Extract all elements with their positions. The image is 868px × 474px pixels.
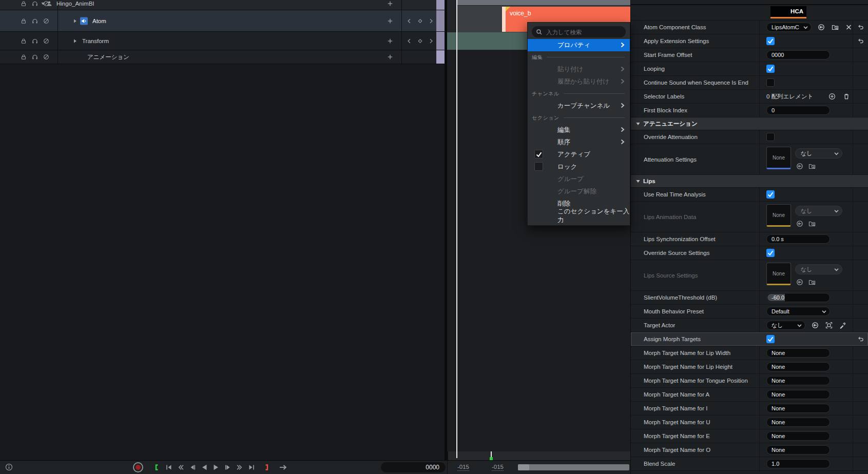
- add-track-icon[interactable]: [387, 38, 393, 44]
- transport-advance-arrow-button[interactable]: [279, 463, 288, 472]
- add-track-icon[interactable]: [387, 18, 393, 24]
- browse-icon[interactable]: [808, 163, 816, 170]
- property-spinbox[interactable]: -60.0: [766, 293, 830, 302]
- transport-to-front-button[interactable]: [164, 463, 173, 472]
- lock-toggle-icon[interactable]: [21, 1, 27, 7]
- view-range-start-field[interactable]: -015: [457, 464, 469, 471]
- track-row-1[interactable]: Atom: [0, 10, 445, 32]
- eyedropper-icon[interactable]: [839, 322, 846, 329]
- menu-item-9[interactable]: アクティブ: [528, 148, 630, 161]
- playhead-line[interactable]: [456, 0, 457, 458]
- property-checkbox[interactable]: [766, 190, 775, 199]
- expand-caret-icon[interactable]: [72, 18, 78, 24]
- transport-end-bracket-button[interactable]: [262, 463, 271, 472]
- property-checkbox[interactable]: [766, 249, 775, 257]
- property-checkbox[interactable]: [766, 78, 775, 87]
- property-input[interactable]: None: [766, 418, 830, 427]
- key-prev-icon[interactable]: [407, 18, 412, 24]
- asset-thumbnail[interactable]: None: [766, 204, 791, 227]
- transport-play-button[interactable]: [211, 463, 221, 472]
- prohibit-toggle-icon[interactable]: [43, 38, 49, 44]
- timeline-overview-strip[interactable]: [448, 451, 630, 460]
- property-checkbox[interactable]: [766, 65, 775, 73]
- headphones-toggle-icon[interactable]: [32, 18, 38, 24]
- use-selected-icon[interactable]: [796, 163, 803, 170]
- property-input[interactable]: 0000: [766, 50, 830, 60]
- add-track-icon[interactable]: [387, 54, 393, 60]
- track-row-0[interactable]: Hingo_AnimBI: [0, 0, 445, 10]
- expand-caret-icon[interactable]: [72, 38, 78, 44]
- property-input[interactable]: None: [766, 404, 830, 413]
- asset-thumbnail[interactable]: None: [766, 263, 791, 285]
- track-row-2[interactable]: Transform: [0, 32, 445, 50]
- use-selected-icon[interactable]: [812, 322, 819, 329]
- menu-item-5[interactable]: カーブチャンネル: [528, 100, 630, 112]
- property-input[interactable]: 0: [766, 106, 830, 115]
- current-frame-field[interactable]: 0000: [381, 462, 446, 472]
- property-dropdown[interactable]: Default: [766, 307, 830, 316]
- menu-checkbox[interactable]: [534, 150, 543, 159]
- transport-play-reverse-button[interactable]: [200, 463, 209, 472]
- clear-icon[interactable]: [845, 24, 852, 31]
- delete-elements-icon[interactable]: [843, 93, 850, 100]
- browse-icon[interactable]: [832, 24, 839, 31]
- menu-item-14[interactable]: このセクションをキー入力: [528, 210, 630, 222]
- property-dropdown[interactable]: LipsAtomC: [766, 23, 812, 32]
- use-selected-icon[interactable]: [818, 24, 825, 31]
- headphones-toggle-icon[interactable]: [32, 38, 38, 44]
- menu-checkbox[interactable]: [534, 162, 543, 171]
- headphones-toggle-icon[interactable]: [32, 1, 38, 7]
- transport-step-back-button[interactable]: [188, 463, 197, 472]
- lock-toggle-icon[interactable]: [21, 38, 27, 44]
- property-input[interactable]: 1.0: [766, 459, 830, 468]
- details-section-header[interactable]: Lips: [631, 175, 868, 188]
- property-checkbox[interactable]: [766, 37, 775, 45]
- add-track-icon[interactable]: [387, 1, 393, 7]
- transport-to-end-button[interactable]: [247, 463, 256, 472]
- property-input[interactable]: None: [766, 390, 830, 399]
- property-input[interactable]: None: [766, 376, 830, 385]
- property-checkbox[interactable]: [766, 133, 775, 141]
- prohibit-toggle-icon[interactable]: [43, 18, 49, 24]
- menu-item-10[interactable]: ロック: [528, 161, 630, 173]
- menu-item-8[interactable]: 順序: [528, 136, 630, 148]
- key-diamond-icon[interactable]: [417, 18, 423, 24]
- key-next-icon[interactable]: [428, 18, 434, 24]
- property-checkbox[interactable]: [766, 335, 775, 343]
- property-input[interactable]: None: [766, 445, 830, 455]
- menu-search-input[interactable]: [545, 26, 624, 38]
- menu-item-0[interactable]: プロパティ: [528, 39, 630, 51]
- asset-dropdown[interactable]: なし: [795, 148, 842, 159]
- transport-jump-back-button[interactable]: [176, 463, 185, 472]
- key-next-icon[interactable]: [428, 38, 434, 44]
- details-section-header[interactable]: アテニュエーション: [631, 117, 868, 130]
- menu-search-box[interactable]: [532, 26, 626, 37]
- reset-to-default-icon[interactable]: [857, 38, 864, 45]
- property-dropdown[interactable]: なし: [766, 321, 805, 330]
- key-diamond-icon[interactable]: [417, 38, 423, 44]
- track-row-3[interactable]: アニメーション: [0, 50, 445, 64]
- asset-thumbnail[interactable]: None: [766, 147, 791, 169]
- transport-step-forward-button[interactable]: [223, 463, 233, 472]
- expand-caret-icon[interactable]: [40, 1, 46, 7]
- timeline-ruler[interactable]: [457, 0, 630, 5]
- scrollbar-handle-cap[interactable]: [518, 464, 529, 470]
- key-prev-icon[interactable]: [407, 38, 412, 44]
- reset-to-default-icon[interactable]: [857, 24, 864, 31]
- add-element-icon[interactable]: [828, 93, 836, 100]
- prohibit-toggle-icon[interactable]: [43, 54, 49, 60]
- menu-item-7[interactable]: 編集: [528, 124, 630, 136]
- timeline-scrollbar[interactable]: [518, 464, 629, 470]
- reset-to-default-icon[interactable]: [857, 336, 864, 343]
- lock-toggle-icon[interactable]: [21, 54, 27, 60]
- lock-toggle-icon[interactable]: [21, 18, 27, 24]
- transport-record-button[interactable]: [132, 463, 144, 472]
- asset-preview-thumbnail[interactable]: HCA: [770, 6, 806, 18]
- view-range-end-field[interactable]: -015: [492, 464, 504, 471]
- headphones-toggle-icon[interactable]: [32, 54, 38, 60]
- property-input[interactable]: None: [766, 431, 830, 441]
- transport-jump-forward-button[interactable]: [235, 463, 244, 472]
- property-input[interactable]: 0.0 s: [766, 234, 830, 244]
- pick-actor-icon[interactable]: [825, 322, 833, 329]
- property-input[interactable]: None: [766, 362, 830, 371]
